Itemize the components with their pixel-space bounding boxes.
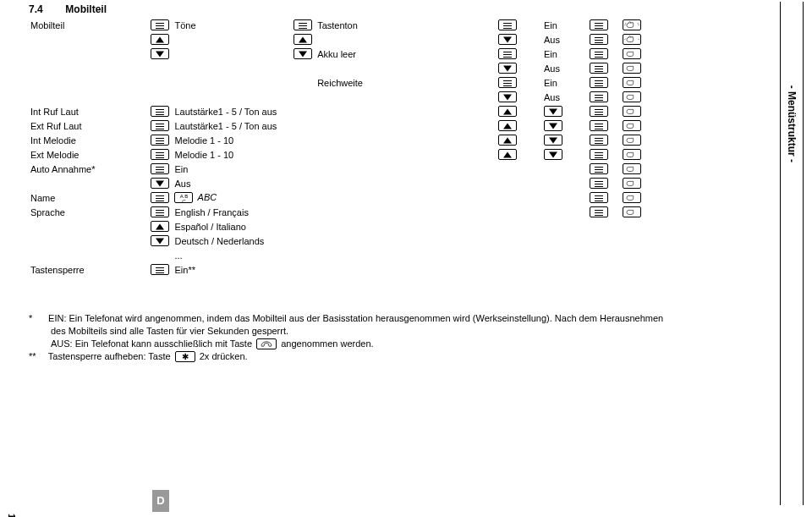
- menu-icon: [590, 106, 608, 117]
- up-icon: [498, 106, 517, 117]
- cell: Aus: [544, 92, 560, 102]
- menu-icon: [590, 149, 608, 160]
- footnote-marker: *: [29, 312, 46, 325]
- menu-icon: [294, 19, 312, 30]
- down-icon: [498, 63, 517, 74]
- down-icon: [498, 34, 517, 45]
- down-icon: [544, 120, 562, 131]
- down-icon: [151, 235, 169, 246]
- hand-icon: [623, 178, 641, 189]
- hand-icon: [623, 163, 641, 174]
- footnote-text: angenommen werden.: [281, 338, 373, 349]
- cell: Ext Melodie: [30, 150, 79, 160]
- menu-icon: [151, 192, 169, 203]
- cell: Ein: [544, 78, 557, 88]
- menu-icon: [590, 19, 608, 30]
- menu-icon: [151, 264, 169, 275]
- down-icon: [544, 135, 562, 146]
- menu-icon: [590, 63, 608, 74]
- cell: Melodie 1 - 10: [174, 135, 233, 146]
- cell: ...: [174, 250, 182, 261]
- menu-icon: [151, 163, 169, 174]
- sidebar-label: - Menüstruktur -: [786, 85, 798, 162]
- hand-icon: [623, 206, 641, 217]
- down-icon: [544, 106, 562, 117]
- cell: Name: [30, 193, 55, 203]
- menu-icon: [498, 48, 517, 59]
- cell: Int Ruf Laut: [30, 107, 79, 117]
- footnote-text: EIN: Ein Telefonat wird angenommen, inde…: [48, 313, 663, 323]
- down-icon: [294, 48, 312, 59]
- cell: Aus: [544, 63, 560, 74]
- section-heading: 7.4 Mobilteil: [29, 3, 787, 15]
- cell: Mobilteil: [30, 20, 64, 30]
- menu-icon: [151, 149, 169, 160]
- hand-icon: [623, 149, 641, 160]
- sidebar-frame: - Menüstruktur -: [780, 2, 804, 505]
- footnote-text: des Mobilteils sind alle Tasten für vier…: [51, 326, 288, 336]
- cell: Int Melodie: [30, 135, 76, 146]
- footnote-marker: **: [29, 350, 46, 363]
- footnote-text: 2x drücken.: [200, 351, 248, 361]
- cell: Ext Ruf Laut: [30, 121, 82, 131]
- cell: Ein: [544, 20, 557, 30]
- hand-icon: [623, 192, 641, 203]
- menu-icon: [151, 106, 169, 117]
- menu-icon: [151, 135, 169, 146]
- cell: Sprache: [30, 207, 65, 217]
- up-icon: [151, 34, 169, 45]
- menu-icon: [590, 178, 608, 189]
- cell: Tastensperre: [30, 265, 85, 275]
- hand-icon: [623, 77, 641, 88]
- cell: Tastenton: [317, 20, 358, 30]
- cell: Akku leer: [317, 49, 356, 59]
- menu-icon: [590, 91, 608, 102]
- cell: Ein: [174, 164, 188, 174]
- cell: Lautstärke1 - 5 / Ton aus: [174, 121, 277, 131]
- hand-icon: [623, 63, 641, 74]
- down-icon: [151, 48, 169, 59]
- menu-icon: [498, 19, 517, 30]
- heading-number: 7.4: [29, 3, 63, 15]
- up-icon: [294, 34, 312, 45]
- up-icon: [498, 120, 517, 131]
- cell: Melodie 1 - 10: [174, 150, 233, 160]
- menu-structure-table: Mobilteil Töne Tastenton Ein Aus Akku le…: [29, 18, 655, 277]
- menu-icon: [590, 192, 608, 203]
- up-icon: [498, 135, 517, 146]
- language-box: D: [152, 490, 169, 512]
- menu-icon: [590, 77, 608, 88]
- menu-icon: [590, 120, 608, 131]
- down-icon: [151, 178, 169, 189]
- hand-icon: [623, 135, 641, 146]
- call-key-icon: [256, 338, 277, 349]
- cell: Ein: [544, 49, 557, 59]
- cell: Reichweite: [317, 78, 363, 88]
- cell: Töne: [174, 20, 195, 30]
- menu-icon: [590, 206, 608, 217]
- up-icon: [151, 221, 169, 232]
- cell: Deutsch / Nederlands: [174, 236, 264, 246]
- menu-icon: [151, 19, 169, 30]
- cell: Ein**: [174, 265, 195, 275]
- footnote-text: Tastensperre aufheben: Taste: [48, 351, 171, 361]
- menu-icon: [590, 48, 608, 59]
- hand-icon: [623, 91, 641, 102]
- menu-icon: [590, 163, 608, 174]
- hand-icon: [623, 48, 641, 59]
- footnote-text: AUS: Ein Telefonat kann ausschließlich m…: [51, 338, 252, 349]
- cell: Auto Annahme*: [30, 164, 95, 174]
- cell: ABC: [198, 192, 217, 202]
- footnotes: * EIN: Ein Telefonat wird angenommen, in…: [29, 312, 765, 362]
- cell: Español / Italiano: [174, 222, 245, 232]
- cell: Aus: [544, 35, 560, 45]
- cell: Lautstärke1 - 5 / Ton aus: [174, 107, 277, 117]
- hand-icon: [623, 19, 641, 30]
- menu-icon: [151, 120, 169, 131]
- hand-icon: [623, 120, 641, 131]
- hand-icon: [623, 106, 641, 117]
- page-number: 13: [7, 514, 17, 517]
- down-icon: [498, 91, 517, 102]
- menu-icon: [590, 34, 608, 45]
- menu-icon: [151, 206, 169, 217]
